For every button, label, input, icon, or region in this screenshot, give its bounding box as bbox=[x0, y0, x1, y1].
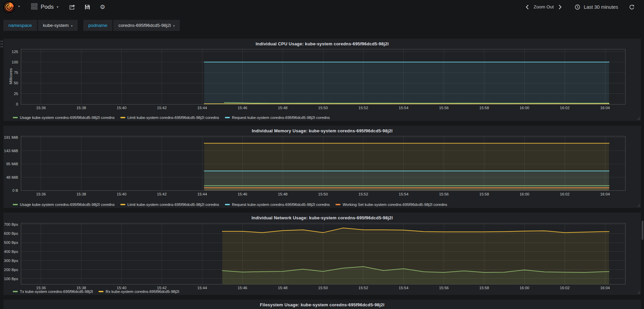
legend-series-label: Rx kube-system coredns-695f96dcd5-98j2l bbox=[106, 290, 179, 294]
grafana-logo[interactable] bbox=[3, 1, 15, 13]
legend-item[interactable]: Request kube-system coredns-695f96dcd5-9… bbox=[225, 116, 330, 120]
settings-gear-icon[interactable]: ⚙ bbox=[99, 4, 106, 10]
legend-series-color-dash bbox=[120, 204, 125, 205]
clock-icon bbox=[574, 4, 581, 10]
zoom-out-button[interactable]: Zoom Out bbox=[534, 4, 554, 9]
svg-text:15:46: 15:46 bbox=[238, 192, 247, 196]
svg-text:15:56: 15:56 bbox=[439, 286, 449, 290]
svg-text:15:48: 15:48 bbox=[278, 286, 288, 290]
svg-text:0 B: 0 B bbox=[12, 188, 18, 192]
panel-drag-handle[interactable] bbox=[0, 40, 3, 49]
svg-text:200 Bps: 200 Bps bbox=[4, 268, 18, 272]
legend-item[interactable]: Request kube-system coredns-695f96dcd5-9… bbox=[225, 203, 330, 207]
navbar-divider bbox=[26, 0, 27, 14]
svg-text:48 MiB: 48 MiB bbox=[6, 175, 18, 179]
cpu-usage-chart[interactable]: 025507510012515:3615:3815:4015:4215:4415… bbox=[3, 49, 641, 111]
svg-text:15:56: 15:56 bbox=[439, 106, 449, 110]
template-variables-row: namespace kube-system▾ podname coredns-6… bbox=[3, 20, 180, 31]
svg-text:15:48: 15:48 bbox=[278, 192, 288, 196]
legend-item[interactable]: Usage kube-system coredns-695f96dcd5-98j… bbox=[13, 116, 115, 120]
svg-text:25: 25 bbox=[14, 92, 18, 96]
svg-text:15:58: 15:58 bbox=[479, 192, 489, 196]
variable-value-podname-dropdown[interactable]: coredns-695f96dcd5-98j2l▾ bbox=[113, 20, 180, 31]
navbar-divider bbox=[66, 0, 66, 14]
svg-text:16:04: 16:04 bbox=[600, 192, 610, 196]
svg-text:700 Bps: 700 Bps bbox=[4, 222, 18, 226]
svg-text:16:00: 16:00 bbox=[520, 106, 529, 110]
svg-text:15:46: 15:46 bbox=[238, 106, 247, 110]
svg-text:15:44: 15:44 bbox=[197, 192, 207, 196]
svg-text:15:50: 15:50 bbox=[318, 192, 328, 196]
svg-text:15:52: 15:52 bbox=[359, 192, 368, 196]
svg-text:15:46: 15:46 bbox=[238, 286, 247, 290]
refresh-icon[interactable] bbox=[629, 4, 635, 10]
legend-series-color-dash bbox=[120, 117, 125, 118]
cpu-chart-legend: Usage kube-system coredns-695f96dcd5-98j… bbox=[13, 116, 335, 120]
time-range-picker[interactable]: Last 30 minutes bbox=[584, 4, 618, 10]
variable-label-podname: podname bbox=[83, 20, 112, 31]
time-forward-chevron-right-icon[interactable] bbox=[557, 4, 564, 10]
panel-resize-handle[interactable] bbox=[637, 117, 640, 120]
legend-item[interactable]: Limit kube-system coredns-695f96dcd5-98j… bbox=[120, 203, 219, 207]
legend-series-label: Request kube-system coredns-695f96dcd5-9… bbox=[232, 203, 330, 207]
svg-text:0: 0 bbox=[16, 102, 18, 106]
caret-down-icon: ▾ bbox=[71, 24, 73, 28]
time-back-chevron-left-icon[interactable] bbox=[524, 4, 531, 10]
share-icon[interactable] bbox=[69, 4, 76, 10]
svg-text:400 Bps: 400 Bps bbox=[4, 250, 18, 254]
svg-text:95 MiB: 95 MiB bbox=[6, 162, 18, 166]
svg-text:15:40: 15:40 bbox=[117, 106, 126, 110]
panel-memory-usage: Individual Memory Usage: kube-system cor… bbox=[3, 126, 641, 208]
svg-text:50: 50 bbox=[14, 81, 18, 85]
legend-series-color-dash bbox=[335, 204, 340, 205]
svg-text:15:36: 15:36 bbox=[36, 106, 46, 110]
svg-text:16:00: 16:00 bbox=[520, 192, 529, 196]
svg-text:15:54: 15:54 bbox=[399, 286, 408, 290]
legend-item[interactable]: Usage kube-system coredns-695f96dcd5-98j… bbox=[13, 203, 115, 207]
network-usage-chart[interactable]: 100 Bps200 Bps300 Bps400 Bps500 Bps600 B… bbox=[3, 223, 641, 291]
legend-series-color-dash bbox=[13, 117, 18, 118]
svg-text:15:50: 15:50 bbox=[318, 286, 328, 290]
panel-title-memory[interactable]: Individual Memory Usage: kube-system cor… bbox=[3, 127, 641, 135]
dashboard-caret-down-icon: ▾ bbox=[57, 5, 58, 9]
memory-usage-chart[interactable]: 0 B48 MiB95 MiB143 MiB191 MiB15:3615:381… bbox=[3, 136, 641, 197]
svg-text:15:42: 15:42 bbox=[157, 192, 167, 196]
svg-text:16:02: 16:02 bbox=[560, 286, 570, 290]
svg-text:16:02: 16:02 bbox=[560, 192, 570, 196]
legend-item[interactable]: Working Set kube-system coredns-695f96dc… bbox=[335, 203, 447, 207]
panel-title-network[interactable]: Individual Network Usage: kube-system co… bbox=[3, 214, 641, 222]
network-chart-legend: Tx kube-system coredns-695f96dcd5-98j2lR… bbox=[13, 290, 185, 294]
svg-text:15:50: 15:50 bbox=[318, 106, 328, 110]
legend-item[interactable]: Limit kube-system coredns-695f96dcd5-98j… bbox=[120, 116, 219, 120]
svg-text:15:40: 15:40 bbox=[117, 192, 126, 196]
legend-series-color-dash bbox=[13, 204, 18, 205]
page-scrollbar-thumb[interactable] bbox=[642, 221, 643, 240]
panel-resize-handle[interactable] bbox=[637, 204, 640, 207]
legend-item[interactable]: Tx kube-system coredns-695f96dcd5-98j2l bbox=[13, 290, 93, 294]
legend-series-label: Tx kube-system coredns-695f96dcd5-98j2l bbox=[20, 290, 93, 294]
legend-series-label: Limit kube-system coredns-695f96dcd5-98j… bbox=[127, 116, 219, 120]
svg-text:100: 100 bbox=[12, 60, 18, 64]
svg-text:100 Bps: 100 Bps bbox=[4, 277, 18, 281]
svg-text:15:44: 15:44 bbox=[197, 106, 207, 110]
dashboard-picker[interactable]: Pods ▾ bbox=[31, 0, 58, 14]
svg-text:16:00: 16:00 bbox=[520, 286, 529, 290]
save-icon[interactable] bbox=[84, 4, 91, 10]
series bbox=[204, 188, 609, 190]
caret-down-icon: ▾ bbox=[173, 24, 175, 28]
svg-text:500 Bps: 500 Bps bbox=[4, 240, 18, 245]
panel-title-filesystem[interactable]: Filesystem Usage: kube-system coredns-69… bbox=[3, 301, 641, 309]
variable-value-namespace-dropdown[interactable]: kube-system▾ bbox=[38, 20, 78, 31]
svg-text:300 Bps: 300 Bps bbox=[4, 259, 18, 263]
legend-item[interactable]: Rx kube-system coredns-695f96dcd5-98j2l bbox=[98, 290, 179, 294]
svg-text:15:38: 15:38 bbox=[76, 192, 86, 196]
svg-text:15:58: 15:58 bbox=[479, 106, 489, 110]
legend-series-label: Request kube-system coredns-695f96dcd5-9… bbox=[232, 116, 330, 120]
logo-caret-down-icon[interactable]: ▾ bbox=[18, 4, 20, 8]
legend-series-color-dash bbox=[225, 117, 230, 118]
legend-series-label: Usage kube-system coredns-695f96dcd5-98j… bbox=[20, 203, 115, 207]
panel-cpu-usage: Individual CPU Usage: kube-system coredn… bbox=[3, 39, 641, 121]
svg-text:16:04: 16:04 bbox=[600, 106, 610, 110]
svg-text:125: 125 bbox=[12, 50, 18, 54]
panel-title-cpu[interactable]: Individual CPU Usage: kube-system coredn… bbox=[3, 40, 641, 48]
